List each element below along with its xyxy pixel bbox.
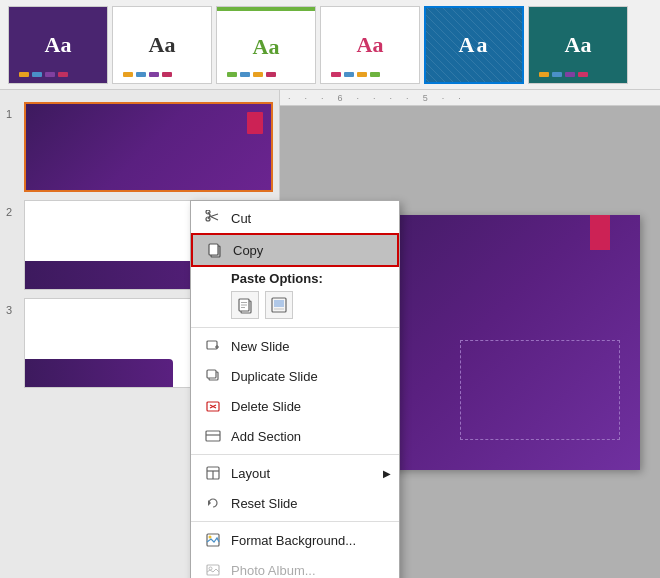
menu-item-add-section-label: Add Section (231, 429, 301, 444)
svg-point-29 (209, 567, 212, 570)
theme-3-label: Aa (253, 34, 280, 60)
layout-arrow-icon: ▶ (383, 468, 391, 479)
svg-rect-8 (241, 307, 245, 308)
menu-item-duplicate-slide-label: Duplicate Slide (231, 369, 318, 384)
cut-icon (203, 208, 223, 228)
menu-item-copy-label: Copy (233, 243, 263, 258)
menu-item-reset-slide[interactable]: Reset Slide (191, 488, 399, 518)
svg-rect-6 (241, 302, 247, 303)
menu-item-delete-slide[interactable]: Delete Slide (191, 391, 399, 421)
svg-rect-12 (207, 341, 217, 349)
copy-icon (205, 240, 225, 260)
theme-item-pink[interactable]: Aa (320, 6, 420, 84)
main-slide-bookmark (590, 215, 610, 250)
menu-item-photo-album-label: Photo Album... (231, 563, 316, 578)
duplicate-slide-icon (203, 366, 223, 386)
format-background-icon (203, 530, 223, 550)
add-section-icon (203, 426, 223, 446)
theme-item-default[interactable]: Aa (112, 6, 212, 84)
menu-item-format-background[interactable]: Format Background... (191, 525, 399, 555)
theme-6-label: Aa (565, 32, 592, 58)
reset-slide-icon (203, 493, 223, 513)
main-area: 1 2 3 · · · 6 · · · · 5 (0, 90, 660, 578)
svg-rect-7 (241, 305, 247, 306)
menu-item-add-section[interactable]: Add Section (191, 421, 399, 451)
theme-5-label: Aa (459, 32, 490, 58)
theme-1-label: Aa (45, 32, 72, 58)
theme-item-purple[interactable]: Aa (8, 6, 108, 84)
photo-album-icon (203, 560, 223, 578)
theme-item-teal[interactable]: Aa (528, 6, 628, 84)
theme-item-green[interactable]: Aa (216, 6, 316, 84)
theme-4-label: Aa (357, 32, 384, 58)
svg-rect-16 (207, 370, 216, 378)
delete-slide-icon (203, 396, 223, 416)
paste-option-2-button[interactable] (265, 291, 293, 319)
svg-rect-11 (274, 308, 284, 310)
theme-2-label: Aa (149, 32, 176, 58)
paste-option-1-button[interactable] (231, 291, 259, 319)
ruler: · · · 6 · · · · 5 · · (280, 90, 660, 106)
dashed-placeholder-box (460, 340, 620, 440)
slide-thumb-1[interactable] (24, 102, 273, 192)
menu-item-layout-label: Layout (231, 466, 270, 481)
menu-item-new-slide[interactable]: New Slide (191, 331, 399, 361)
context-menu: Cut Copy Paste Options: New Slide (190, 200, 400, 578)
separator-1 (191, 327, 399, 328)
menu-item-format-background-label: Format Background... (231, 533, 356, 548)
separator-3 (191, 521, 399, 522)
menu-item-cut-label: Cut (231, 211, 251, 226)
layout-icon (203, 463, 223, 483)
paste-options-icons (191, 288, 399, 324)
slide-number-1: 1 (6, 102, 24, 120)
slide-item-1[interactable]: 1 (0, 98, 279, 196)
slide-number-2: 2 (6, 200, 24, 218)
slide-number-3: 3 (6, 298, 24, 316)
menu-item-layout[interactable]: Layout ▶ (191, 458, 399, 488)
svg-rect-10 (274, 300, 284, 307)
paste-options-header: Paste Options: (191, 267, 399, 288)
separator-2 (191, 454, 399, 455)
menu-item-reset-slide-label: Reset Slide (231, 496, 297, 511)
svg-rect-3 (209, 244, 218, 255)
svg-rect-20 (206, 431, 220, 441)
menu-item-copy[interactable]: Copy (191, 233, 399, 267)
theme-item-blue-pattern[interactable]: Aa (424, 6, 524, 84)
menu-item-photo-album[interactable]: Photo Album... (191, 555, 399, 578)
svg-point-27 (209, 536, 212, 539)
theme-bar: Aa Aa Aa Aa (0, 0, 660, 90)
menu-item-delete-slide-label: Delete Slide (231, 399, 301, 414)
menu-item-cut[interactable]: Cut (191, 203, 399, 233)
new-slide-icon (203, 336, 223, 356)
menu-item-duplicate-slide[interactable]: Duplicate Slide (191, 361, 399, 391)
menu-item-new-slide-label: New Slide (231, 339, 290, 354)
